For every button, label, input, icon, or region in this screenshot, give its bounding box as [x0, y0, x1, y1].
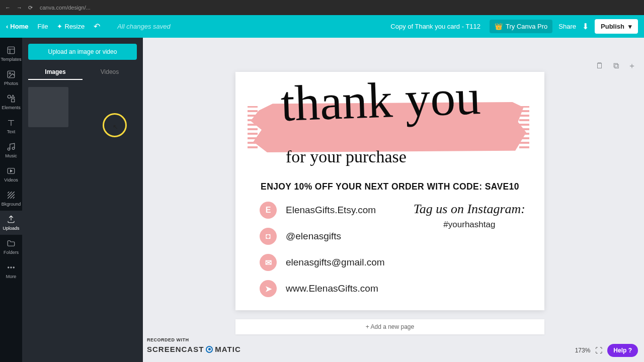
rail-folders[interactable]: Folders — [0, 235, 22, 259]
add-page-button[interactable]: + Add a new page — [235, 319, 544, 334]
home-button[interactable]: ‹ Home — [6, 23, 28, 30]
promo-text[interactable]: ENJOY 10% OFF YOUR NEXT ORDER WITH CODE:… — [235, 182, 544, 192]
contact-etsy[interactable]: E ElenasGifts.Etsy.com — [260, 202, 385, 219]
svg-point-6 — [12, 147, 15, 150]
rail-text[interactable]: Text — [0, 114, 22, 138]
more-icon — [7, 263, 16, 272]
duplicate-page-icon[interactable]: ⧉ — [611, 61, 621, 71]
upload-button[interactable]: Upload an image or video — [28, 44, 137, 60]
contact-email[interactable]: ✉ elenasgifts@gmail.com — [260, 254, 385, 271]
save-status: All changes saved — [117, 23, 171, 30]
chevron-down-icon: ▾ — [628, 23, 632, 30]
home-label: Home — [10, 23, 28, 30]
uploads-icon — [7, 215, 16, 224]
background-icon — [7, 191, 16, 200]
link-icon: ➤ — [260, 280, 277, 297]
canvas-toolbar: 🗒 ⧉ ＋ — [595, 61, 637, 71]
contact-text: @elenasgifts — [286, 231, 341, 242]
download-icon[interactable]: ⬇ — [582, 22, 589, 31]
svg-rect-0 — [8, 47, 15, 54]
rail-label: Videos — [4, 177, 18, 183]
resize-icon: ✦ — [57, 23, 62, 30]
cursor-highlight — [103, 113, 127, 137]
svg-point-10 — [13, 267, 14, 268]
fullscreen-icon[interactable]: ⛶ — [595, 346, 602, 354]
rail-label: Bkground — [2, 202, 21, 207]
app-toolbar: ‹ Home File ✦ Resize ↶ All changes saved… — [0, 15, 644, 38]
elements-icon — [7, 94, 16, 103]
resize-label: Resize — [64, 23, 85, 30]
publish-label: Publish — [601, 23, 624, 30]
rail-photos[interactable]: Photos — [0, 66, 22, 90]
contact-instagram[interactable]: ◘ @elenasgifts — [260, 228, 385, 245]
svg-point-3 — [8, 95, 11, 98]
uploads-panel: Upload an image or video Images Videos ↖… — [22, 38, 143, 362]
videos-icon — [7, 166, 16, 175]
upload-tabs: Images Videos — [28, 65, 137, 80]
contact-web[interactable]: ➤ www.ElenasGifts.com — [260, 280, 385, 297]
instagram-icon: ◘ — [260, 228, 277, 245]
share-button[interactable]: Share — [558, 23, 576, 30]
subtitle-text[interactable]: for your purchase — [286, 147, 407, 166]
canvas-footer: 173% ⛶ Help ? — [575, 344, 638, 357]
rail-videos[interactable]: Videos — [0, 162, 22, 187]
templates-icon — [7, 46, 16, 55]
photos-icon — [7, 70, 16, 79]
rail-label: Music — [5, 153, 17, 158]
rail-label: Uploads — [3, 226, 19, 231]
text-icon — [7, 118, 16, 127]
help-button[interactable]: Help ? — [607, 344, 638, 357]
rail-elements[interactable]: Elements — [0, 90, 22, 114]
design-canvas[interactable]: thank you for your purchase ENJOY 10% OF… — [235, 72, 544, 310]
watermark-line1: RECORDED WITH — [147, 337, 241, 344]
forward-icon[interactable]: → — [17, 5, 22, 11]
crown-icon: 👑 — [495, 23, 503, 30]
svg-rect-4 — [12, 99, 15, 102]
rail-label: Photos — [4, 81, 18, 86]
file-menu[interactable]: File — [37, 23, 48, 30]
watermark-brand1: SCREENCAST — [147, 344, 204, 355]
etsy-icon: E — [260, 202, 277, 219]
back-icon[interactable]: ← — [5, 5, 11, 11]
rail-label: Text — [7, 129, 16, 134]
contact-text: elenasgifts@gmail.com — [286, 257, 385, 268]
document-title[interactable]: Copy of Thank you card - T112 — [390, 23, 480, 30]
canvas-area[interactable]: 🗒 ⧉ ＋ thank you for your purchase ENJOY … — [143, 38, 644, 362]
url-bar[interactable]: canva.com/design/... — [40, 5, 639, 11]
tag-title: Tag us on Instagram: — [414, 202, 525, 217]
svg-point-8 — [8, 267, 9, 268]
reload-icon[interactable]: ⟳ — [28, 5, 33, 11]
notes-icon[interactable]: 🗒 — [595, 61, 605, 71]
tag-block[interactable]: Tag us on Instagram: #yourhashtag — [414, 202, 525, 230]
svg-point-5 — [8, 148, 10, 150]
try-pro-label: Try Canva Pro — [506, 23, 547, 30]
undo-icon[interactable]: ↶ — [94, 22, 100, 31]
add-icon[interactable]: ＋ — [627, 61, 637, 71]
workspace: Templates Photos Elements Text Music Vid… — [0, 38, 644, 362]
watermark-dot-icon — [206, 346, 213, 353]
email-icon: ✉ — [260, 254, 277, 271]
browser-nav: ← → ⟳ — [5, 5, 33, 11]
resize-button[interactable]: ✦ Resize — [57, 23, 85, 30]
try-pro-button[interactable]: 👑 Try Canva Pro — [490, 20, 552, 33]
tab-images[interactable]: Images — [28, 65, 83, 80]
cursor-icon: ↖ — [113, 123, 118, 131]
chevron-left-icon: ‹ — [6, 23, 8, 30]
rail-more[interactable]: More — [0, 259, 22, 283]
thank-you-text[interactable]: thank you — [280, 74, 481, 127]
rail-music[interactable]: Music — [0, 138, 22, 162]
contact-list: E ElenasGifts.Etsy.com ◘ @elenasgifts ✉ … — [260, 202, 385, 297]
watermark-brand2: MATIC — [215, 344, 240, 355]
tab-videos[interactable]: Videos — [83, 65, 137, 80]
zoom-level[interactable]: 173% — [575, 347, 591, 354]
publish-button[interactable]: Publish ▾ — [595, 19, 638, 34]
side-rail: Templates Photos Elements Text Music Vid… — [0, 38, 22, 362]
browser-bar: ← → ⟳ canva.com/design/... — [0, 0, 644, 15]
music-icon — [7, 142, 16, 151]
rail-label: Templates — [1, 57, 21, 62]
upload-thumbnail[interactable] — [28, 87, 68, 127]
rail-label: Elements — [2, 105, 21, 110]
rail-uploads[interactable]: Uploads — [0, 211, 22, 235]
rail-background[interactable]: Bkground — [0, 187, 22, 211]
rail-templates[interactable]: Templates — [0, 42, 22, 66]
